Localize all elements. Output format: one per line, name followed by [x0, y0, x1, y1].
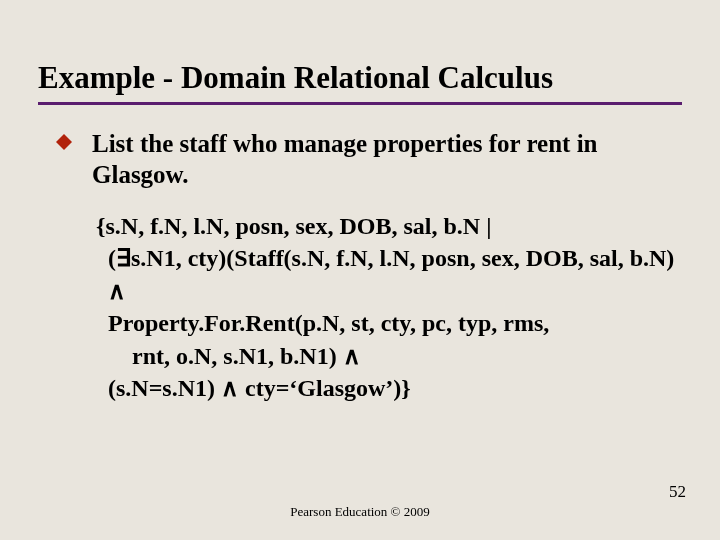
- svg-marker-0: [56, 134, 72, 150]
- page-number: 52: [669, 482, 686, 502]
- formula-line: Property.For.Rent(p.N, st, cty, pc, typ,…: [96, 307, 696, 339]
- formula-line: (s.N=s.N1) ∧ cty=‘Glasgow’)}: [96, 372, 696, 404]
- bullet-item: List the staff who manage properties for…: [56, 128, 676, 191]
- slide: Example - Domain Relational Calculus Lis…: [0, 0, 720, 540]
- footer-text: Pearson Education © 2009: [0, 504, 720, 520]
- diamond-bullet-icon: [56, 134, 72, 154]
- slide-title: Example - Domain Relational Calculus: [38, 60, 553, 96]
- bullet-text: List the staff who manage properties for…: [92, 128, 676, 191]
- title-underline: [38, 102, 682, 105]
- formula-line: (∃s.N1, cty)(Staff(s.N, f.N, l.N, posn, …: [96, 242, 696, 307]
- formula-block: {s.N, f.N, l.N, posn, sex, DOB, sal, b.N…: [96, 210, 696, 404]
- formula-line: rnt, o.N, s.N1, b.N1) ∧: [96, 340, 696, 372]
- formula-line: {s.N, f.N, l.N, posn, sex, DOB, sal, b.N…: [96, 213, 491, 239]
